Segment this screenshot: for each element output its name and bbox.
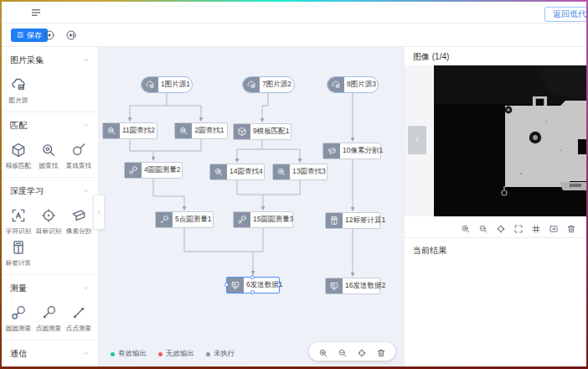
sidebar-collapse-handle[interactable]: [93, 195, 105, 230]
flow-node-10[interactable]: 10像素分割1: [322, 143, 381, 159]
sidebar-section-header[interactable]: 通信: [2, 346, 98, 363]
sidebar-section-header[interactable]: 深度学习: [2, 184, 98, 200]
sidebar-section: 测量圆圆测量点圆测量点点测量: [2, 275, 98, 340]
flow-node-12[interactable]: 12标签计算1: [325, 212, 380, 229]
point-point-icon: [70, 304, 87, 321]
sidebar-item-label: 点点测量: [66, 324, 91, 332]
flow-node-6[interactable]: 6发送数据1: [226, 277, 280, 294]
sidebar-item-label: 模板匹配: [6, 161, 31, 169]
sidebar-item-point-circle[interactable]: 点圆测量: [34, 304, 64, 333]
legend-dot: [111, 352, 115, 356]
selection-handle[interactable]: [250, 290, 255, 294]
circle-find-icon: [40, 142, 57, 159]
send-data-icon: [227, 278, 244, 293]
crosshair-icon[interactable]: [357, 346, 367, 356]
flow-node-label: 11圆查找2: [120, 123, 157, 138]
label-calc-icon: [326, 213, 343, 228]
trash-icon[interactable]: [376, 346, 386, 356]
circle-circle-icon: [125, 163, 142, 178]
sidebar-item-label: 点圆测量: [36, 324, 61, 332]
fullscreen-icon[interactable]: [513, 222, 524, 232]
flow-node-14[interactable]: 14圆查找4: [209, 164, 265, 180]
target-icon: [40, 207, 57, 224]
point-circle-icon: [40, 304, 57, 321]
selection-handle[interactable]: [224, 283, 229, 287]
window-border-left: [0, 0, 2, 369]
zoom-in-icon[interactable]: [318, 346, 328, 356]
sidebar-item-image-source[interactable]: 图片源: [3, 76, 34, 105]
sidebar-section-header[interactable]: 图片采集: [2, 53, 98, 70]
chevron-down-icon: [82, 56, 90, 65]
flow-node-label: 5点圆测量1: [173, 212, 214, 227]
flow-node-2[interactable]: 2圆查找1: [174, 122, 228, 139]
sidebar-item-ocr[interactable]: 字符识别: [3, 207, 34, 236]
flow-node-label: 12标签计算1: [343, 213, 388, 228]
chevron-left-icon: [412, 134, 422, 147]
circle-find-icon: [210, 164, 227, 179]
line-find-icon: [70, 142, 87, 159]
sidebar-item-segment[interactable]: 像素分割: [64, 207, 94, 236]
flow-node-9[interactable]: 9模板匹配1: [233, 123, 291, 140]
flow-node-11[interactable]: 11圆查找2: [102, 122, 157, 139]
zoom-out-icon[interactable]: [478, 222, 488, 232]
flow-node-8[interactable]: 8图片源3: [327, 76, 379, 93]
hamburger-menu-icon[interactable]: [30, 7, 44, 18]
selection-handle[interactable]: [276, 283, 281, 287]
prev-image-button[interactable]: [408, 126, 426, 154]
sidebar-item-target[interactable]: 目标识别: [34, 207, 64, 236]
step-run-button[interactable]: [65, 29, 77, 41]
sidebar-item-circle-find[interactable]: 圆查找: [34, 142, 64, 170]
preview-image: [434, 65, 586, 216]
image-toolbar: [405, 216, 586, 238]
grid-icon[interactable]: [531, 222, 541, 232]
top-bar: 返回低代: [2, 2, 586, 23]
sidebar-item-point-point[interactable]: 点点测量: [64, 304, 94, 333]
image-source-icon: [142, 77, 158, 92]
template-match-icon: [10, 142, 27, 159]
legend-label: 未执行: [214, 349, 235, 359]
trash-icon[interactable]: [566, 222, 576, 232]
flow-node-label: 2圆查找1: [192, 123, 227, 138]
selection-handle[interactable]: [250, 275, 255, 279]
sidebar-item-template-match[interactable]: 模板匹配: [3, 142, 34, 170]
flow-node-16[interactable]: 16发送数据2: [325, 278, 380, 294]
sidebar-item-line-find[interactable]: 直线查找: [64, 142, 94, 170]
label-calc-icon: [10, 239, 27, 256]
flow-node-7[interactable]: 7图片源2: [242, 76, 295, 93]
back-to-lowcode-button[interactable]: 返回低代: [544, 7, 586, 22]
flow-node-1[interactable]: 1图片源1: [141, 76, 193, 93]
sidebar-section: 深度学习字符识别目标识别像素分割标签计算: [2, 178, 98, 275]
fit-icon[interactable]: [549, 222, 559, 232]
right-panel: 图像 (1/4): [404, 47, 586, 367]
sidebar-item-label: 图片源: [9, 96, 28, 104]
flow-node-15[interactable]: 15圆圆测量3: [233, 211, 293, 228]
flow-node-label: 7图片源2: [260, 77, 294, 92]
run-button[interactable]: [44, 29, 55, 41]
chevron-left-icon: [95, 205, 103, 220]
save-icon: [17, 31, 24, 40]
sidebar-section-header[interactable]: 测量: [2, 281, 98, 298]
zoom-out-icon[interactable]: [338, 346, 348, 356]
template-match-icon: [234, 124, 250, 139]
legend-dot: [206, 352, 210, 356]
window-border-top: [0, 0, 588, 2]
image-preview: [405, 65, 586, 216]
result-panel-title: 当前结果: [405, 238, 586, 263]
circle-circle-icon: [10, 304, 27, 321]
image-source-icon: [10, 76, 27, 93]
point-circle-icon: [156, 212, 173, 227]
circle-find-icon: [103, 123, 120, 138]
flow-node-13[interactable]: 13圆查找3: [272, 164, 328, 180]
flow-node-4[interactable]: 4圆圆测量2: [124, 162, 183, 179]
sidebar-section-header[interactable]: 匹配: [2, 118, 98, 135]
crosshair-icon[interactable]: [496, 222, 506, 232]
flow-canvas[interactable]: 1图片源17图片源28图片源311圆查找22圆查找19模板匹配110像素分割14…: [99, 47, 404, 367]
sidebar-item-label-calc[interactable]: 标签计算: [3, 239, 34, 268]
zoom-in-icon[interactable]: [461, 222, 471, 232]
sidebar-section-title: 测量: [10, 283, 27, 294]
sidebar-section-title: 图片采集: [10, 55, 44, 66]
flow-node-5[interactable]: 5点圆测量1: [155, 211, 214, 228]
sidebar-item-circle-circle[interactable]: 圆圆测量: [3, 304, 34, 333]
save-button[interactable]: 保存: [11, 29, 48, 42]
legend-label: 有效输出: [118, 349, 147, 359]
